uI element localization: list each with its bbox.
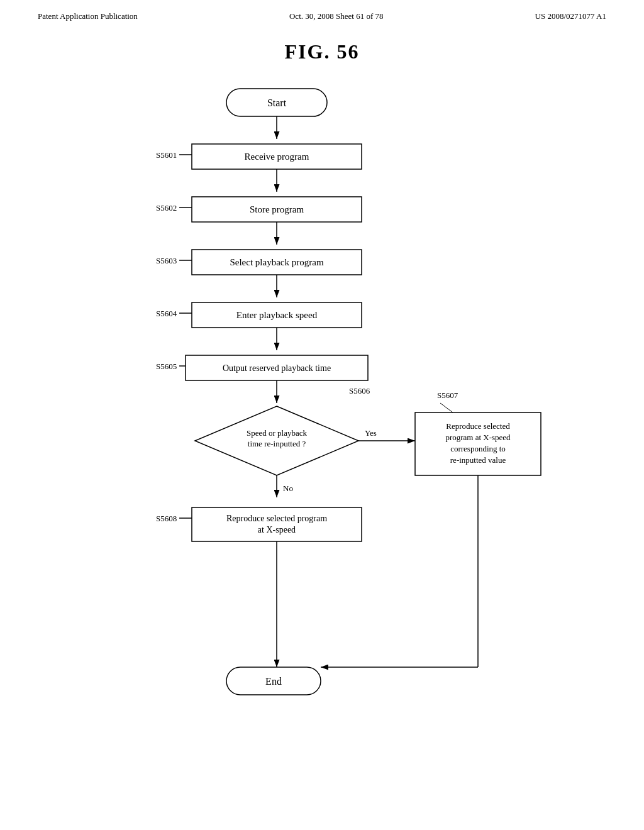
s5603-label: S5603: [156, 256, 177, 265]
s5606-label: S5606: [349, 386, 370, 396]
s5608-text-line2: at X-speed: [258, 525, 296, 534]
s5606-text-line1: Speed or playback: [247, 428, 308, 438]
s5608-box: [192, 507, 362, 541]
end-label: End: [265, 676, 282, 687]
s5607-text-line2: program at X-speed: [445, 433, 511, 442]
s5607-text-line3: corresponding to: [450, 444, 506, 453]
flowchart: Start S5601 Receive program S5602 Store …: [0, 70, 644, 793]
s5604-text: Enter playback speed: [236, 310, 318, 320]
header-middle: Oct. 30, 2008 Sheet 61 of 78: [289, 11, 383, 21]
s5605-text: Output reserved playback time: [223, 363, 331, 373]
s5607-label: S5607: [437, 390, 458, 400]
no-label: No: [283, 484, 293, 493]
flowchart-svg: Start S5601 Receive program S5602 Store …: [0, 70, 644, 793]
s5608-text-line1: Reproduce selected program: [226, 514, 327, 523]
s5608-label: S5608: [156, 514, 177, 523]
s5601-text: Receive program: [245, 152, 309, 162]
s5603-text: Select playback program: [230, 257, 323, 267]
figure-title: FIG. 56: [0, 40, 644, 64]
s5605-label: S5605: [156, 362, 177, 371]
s5602-text: Store program: [250, 204, 304, 214]
start-label: Start: [267, 97, 287, 108]
s5602-label: S5602: [156, 203, 177, 213]
s5601-label: S5601: [156, 150, 177, 160]
s5606-text-line2: time re-inputted ?: [248, 439, 306, 448]
header-left: Patent Application Publication: [38, 11, 138, 21]
s5607-text-line4: re-inputted value: [450, 455, 506, 465]
s5607-text-line1: Reproduce selected: [446, 421, 510, 431]
yes-label: Yes: [365, 428, 377, 438]
header-right: US 2008/0271077 A1: [535, 11, 606, 21]
s5604-label: S5604: [156, 309, 177, 318]
page-header: Patent Application Publication Oct. 30, …: [0, 0, 644, 21]
s5607-tick: [440, 403, 453, 412]
